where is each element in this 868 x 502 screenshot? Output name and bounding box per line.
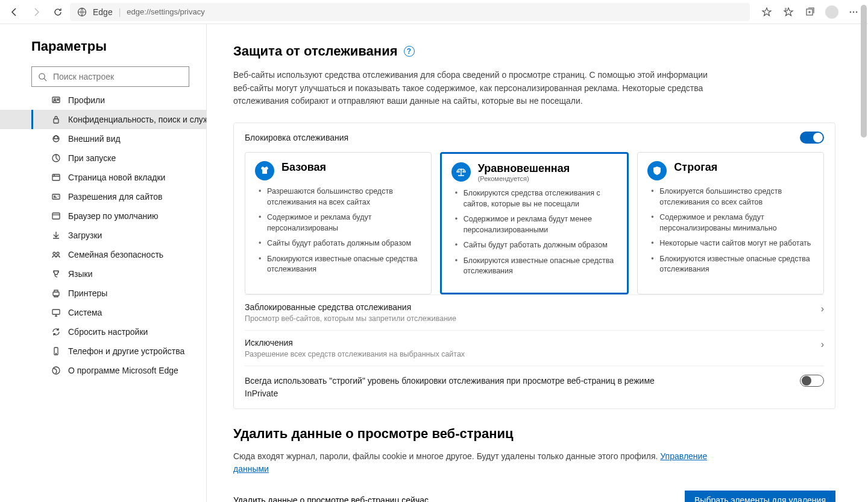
sidebar-item-label: Сбросить настройки [68, 327, 148, 337]
search-icon [38, 72, 47, 81]
sidebar-item-label: Языки [68, 269, 93, 279]
level-strict[interactable]: Строгая Блокируется большинство средств … [637, 152, 824, 294]
svg-point-14 [53, 252, 55, 255]
level-bullet: Содержимое и реклама будут персонализиро… [651, 212, 814, 234]
sidebar-item-label: Профили [68, 95, 105, 105]
inprivate-strict-label: Всегда использовать "строгий" уровень бл… [245, 375, 667, 400]
svg-point-4 [856, 11, 857, 12]
level-bullet: Некоторые части сайтов могут не работать [651, 238, 814, 249]
back-button[interactable] [5, 2, 24, 22]
sidebar-item-11[interactable]: Система [0, 303, 206, 322]
level-bullet: Содержимое и реклама будут менее персона… [455, 214, 618, 235]
sidebar-item-9[interactable]: Языки [0, 264, 206, 284]
sidebar-item-1[interactable]: Конфиденциальность, поиск и службы [0, 110, 206, 129]
sidebar-item-4[interactable]: Страница новой вкладки [0, 168, 206, 187]
tracking-heading: Защита от отслеживания ? [233, 43, 835, 59]
svg-point-2 [850, 11, 851, 12]
search-box[interactable] [31, 66, 189, 87]
favorites-list-button[interactable] [779, 2, 798, 22]
scrollbar[interactable] [860, 0, 868, 478]
sidebar-item-2[interactable]: Внешний вид [0, 129, 206, 148]
sidebar-item-label: Телефон и другие устройства [68, 346, 184, 356]
tracking-card: Блокировка отслеживания Базовая Разрешаю… [233, 122, 835, 409]
sidebar-nav: ПрофилиКонфиденциальность, поиск и служб… [0, 91, 206, 380]
nav-icon [50, 269, 62, 279]
sidebar-item-12[interactable]: Сбросить настройки [0, 322, 206, 342]
nav-icon [50, 230, 62, 240]
app-label: Edge [93, 7, 113, 17]
nav-icon [50, 115, 62, 124]
forward-button[interactable] [27, 2, 46, 22]
nav-icon [50, 288, 62, 298]
svg-point-5 [39, 73, 45, 78]
svg-rect-16 [53, 292, 59, 296]
level-bullet: Блокируются известные опасные средства о… [259, 254, 421, 275]
exceptions-row[interactable]: Исключения Разрешение всех средств отсле… [245, 330, 824, 366]
sidebar-item-3[interactable]: При запуске [0, 148, 206, 168]
level-bullet: Блокируются известные опасные средства о… [651, 254, 814, 275]
chevron-right-icon: › [821, 338, 824, 350]
nav-icon [50, 153, 62, 163]
sidebar-item-label: Семейная безопасность [68, 250, 163, 259]
shirt-icon [255, 161, 274, 180]
nav-icon [50, 173, 62, 182]
sidebar-item-0[interactable]: Профили [0, 91, 206, 110]
sidebar-item-label: Страница новой вкладки [68, 173, 165, 182]
avatar-icon [825, 5, 838, 19]
sidebar-item-label: Система [68, 308, 102, 317]
nav-icon [50, 211, 62, 221]
svg-rect-13 [52, 213, 60, 219]
level-bullet: Блокируются средства отслеживания с сайт… [455, 188, 618, 209]
settings-content: Защита от отслеживания ? Веб-сайты испол… [207, 24, 868, 502]
nav-icon [50, 250, 62, 259]
collections-button[interactable] [800, 2, 820, 22]
nav-icon [50, 95, 62, 105]
nav-icon [50, 346, 62, 356]
nav-icon [50, 327, 62, 337]
sidebar-item-14[interactable]: О программе Microsoft Edge [0, 361, 206, 380]
help-icon[interactable]: ? [404, 46, 415, 57]
sidebar-item-6[interactable]: Браузер по умолчанию [0, 206, 206, 226]
clear-heading: Удалить данные о просмотре веб-страниц [233, 426, 835, 442]
sidebar-item-8[interactable]: Семейная безопасность [0, 245, 206, 264]
level-bullet: Сайты будут работать должным образом [455, 240, 618, 251]
choose-what-to-clear-button[interactable]: Выбрать элементы для удаления [685, 491, 835, 502]
sidebar-item-label: Внешний вид [68, 134, 121, 144]
sidebar-item-label: Загрузки [68, 230, 102, 240]
level-bullet: Сайты будут работать должным образом [259, 238, 421, 249]
level-basic[interactable]: Базовая Разрешаются большинство средств … [245, 152, 432, 294]
svg-point-3 [853, 11, 854, 12]
tracking-toggle[interactable] [800, 132, 824, 144]
nav-icon [50, 308, 62, 317]
nav-icon [50, 134, 62, 144]
clear-now-label: Удалить данные о просмотре веб-страниц с… [233, 495, 429, 502]
separator: | [119, 7, 121, 17]
nav-icon [50, 366, 62, 375]
sidebar-item-label: Принтеры [68, 288, 107, 298]
svg-rect-12 [52, 194, 60, 199]
refresh-button[interactable] [48, 2, 68, 22]
profile-button[interactable] [822, 2, 841, 22]
settings-sidebar: Параметры ПрофилиКонфиденциальность, пои… [0, 24, 207, 502]
search-input[interactable] [53, 72, 183, 81]
inprivate-strict-toggle[interactable] [800, 375, 824, 387]
tracking-description: Веб-сайты используют средства отслеживан… [233, 69, 722, 108]
sidebar-item-label: О программе Microsoft Edge [68, 366, 178, 375]
sidebar-item-label: Браузер по умолчанию [68, 211, 159, 221]
level-bullet: Блокируются известные опасные средства о… [455, 256, 618, 277]
level-bullet: Блокируется большинство средств отслежив… [651, 186, 814, 208]
sidebar-item-7[interactable]: Загрузки [0, 226, 206, 245]
blocked-trackers-row[interactable]: Заблокированные средства отслеживания Пр… [245, 294, 824, 330]
svg-point-19 [56, 354, 57, 354]
sidebar-title: Параметры [31, 39, 206, 54]
browser-toolbar: Edge | edge://settings/privacy [0, 0, 868, 24]
sidebar-item-10[interactable]: Принтеры [0, 284, 206, 303]
address-bar[interactable]: Edge | edge://settings/privacy [70, 3, 750, 21]
svg-rect-8 [54, 119, 58, 123]
url-text: edge://settings/privacy [127, 7, 204, 16]
favorite-button[interactable] [757, 2, 776, 22]
sidebar-item-13[interactable]: Телефон и другие устройства [0, 342, 206, 361]
balance-icon [451, 162, 471, 182]
sidebar-item-5[interactable]: Разрешения для сайтов [0, 187, 206, 206]
level-balanced[interactable]: Уравновешенная (Рекомендуется) Блокируют… [440, 152, 629, 294]
